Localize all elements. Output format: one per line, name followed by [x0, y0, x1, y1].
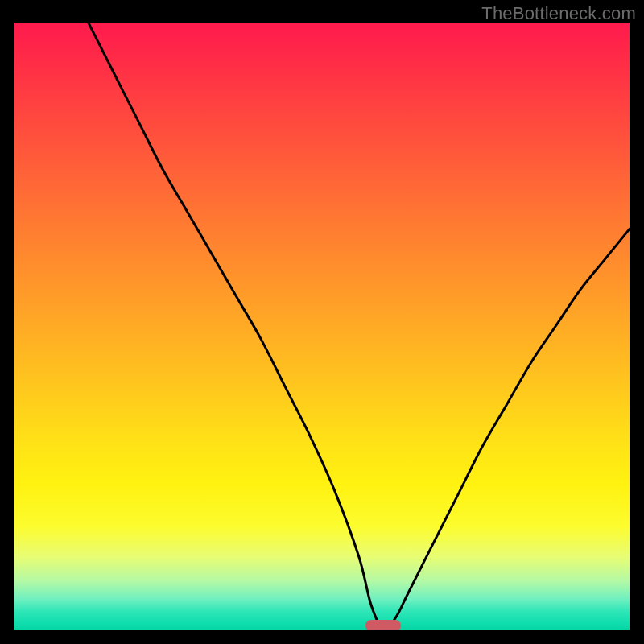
- bottleneck-curve-path: [89, 23, 630, 630]
- watermark-text: TheBottleneck.com: [481, 3, 636, 24]
- plot-area: [14, 23, 630, 630]
- chart-frame: TheBottleneck.com: [0, 0, 644, 644]
- bottleneck-curve: [14, 23, 630, 630]
- minimum-marker: [365, 620, 401, 630]
